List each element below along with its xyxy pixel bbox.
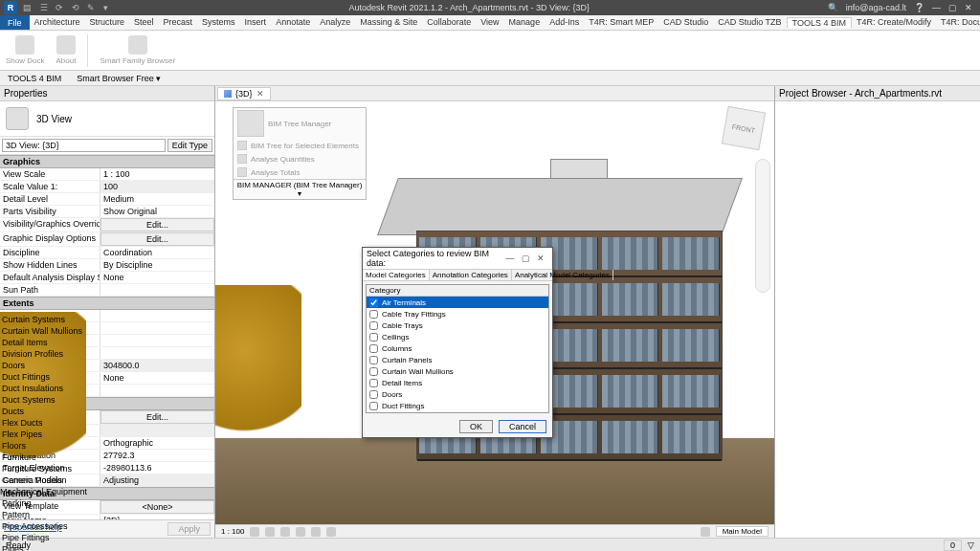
ribbon-tab-steel[interactable]: Steel	[129, 17, 159, 28]
bim-panel-item[interactable]: Analyse Totals	[234, 165, 366, 179]
category-checkbox[interactable]	[369, 310, 378, 319]
category-item[interactable]: Columns	[367, 342, 548, 354]
file-tab[interactable]: File	[0, 15, 30, 30]
render-icon[interactable]	[311, 527, 321, 537]
ribbon-tab-t4r-create-modify[interactable]: T4R: Create/Modify	[852, 17, 936, 28]
navigation-bar[interactable]	[755, 159, 770, 293]
category-checkbox[interactable]	[369, 402, 378, 410]
visual-style-icon[interactable]	[265, 527, 275, 537]
ribbon-tab-cad-studio-tzb[interactable]: CAD Studio TZB	[713, 17, 786, 28]
category-checkbox[interactable]	[369, 356, 378, 364]
viewcube[interactable]: FRONT	[722, 106, 766, 150]
main-model-label[interactable]: Main Model	[716, 526, 768, 537]
dialog-tab[interactable]: Model Categories	[363, 270, 430, 280]
category-item[interactable]: Air Terminals	[367, 297, 548, 308]
prop-row[interactable]: View Scale1 : 100	[0, 168, 214, 181]
category-item[interactable]: Ceilings	[367, 331, 548, 342]
scale-label[interactable]: 1 : 100	[221, 527, 244, 536]
category-checkbox[interactable]	[369, 367, 378, 376]
category-item[interactable]: Cable Trays	[367, 320, 548, 331]
ribbon-tab-t4r-document[interactable]: T4R: Document	[936, 17, 980, 28]
subbar-left: TOOLS 4 BIM	[8, 74, 61, 83]
search-icon[interactable]: 🔍	[828, 3, 838, 12]
bim-panel-item[interactable]: Analyse Quantities	[234, 152, 366, 165]
close-tab-icon[interactable]: ✕	[256, 89, 264, 99]
ribbon-tab-architecture[interactable]: Architecture	[30, 17, 85, 28]
crop-icon[interactable]	[326, 527, 336, 537]
cancel-button[interactable]: Cancel	[499, 420, 546, 433]
qat-icons[interactable]: ▤ ☰ ⟳ ⟲ ✎ ▾	[23, 3, 111, 12]
smart-browser-button[interactable]: Smart Family Browser	[100, 35, 175, 65]
minimize-icon[interactable]: —	[932, 3, 941, 12]
prop-row[interactable]: Graphic Display OptionsEdit...	[0, 232, 214, 247]
ribbon-tab-annotate[interactable]: Annotate	[271, 17, 315, 28]
category-item[interactable]: Curtain Panels	[367, 354, 548, 365]
ribbon-tab-t4r-smart-mep[interactable]: T4R: Smart MEP	[584, 17, 658, 28]
help-icon[interactable]: ❔	[914, 3, 924, 12]
prop-row[interactable]: Show Hidden LinesBy Discipline	[0, 259, 214, 272]
bim-tree-icon[interactable]	[237, 110, 264, 137]
category-item[interactable]: Cable Tray Fittings	[367, 308, 548, 320]
prop-group[interactable]: Extents	[0, 297, 214, 310]
show-dock-button[interactable]: Show Dock	[6, 35, 44, 65]
ribbon-tab-massing-site[interactable]: Massing & Site	[355, 17, 422, 28]
bim-big-label[interactable]: BIM Tree Manager	[268, 120, 362, 128]
shadows-icon[interactable]	[296, 527, 305, 537]
prop-row[interactable]: Parts VisibilityShow Original	[0, 206, 214, 218]
prop-row[interactable]: DisciplineCoordination	[0, 247, 214, 259]
category-item[interactable]: Detail Items	[367, 377, 548, 388]
category-checkbox[interactable]	[369, 379, 378, 387]
sunpath-icon[interactable]	[280, 527, 290, 537]
subbar-right[interactable]: Smart Browser Free ▾	[77, 74, 161, 83]
category-item[interactable]: Duct Insulations	[367, 411, 548, 413]
user-label[interactable]: info@aga-cad.lt	[846, 3, 906, 12]
ribbon-tab-precast[interactable]: Precast	[159, 17, 198, 28]
category-checkbox[interactable]	[369, 344, 378, 353]
ribbon-tab-add-ins[interactable]: Add-Ins	[545, 17, 584, 28]
prop-row[interactable]: Sun Path	[0, 284, 214, 297]
category-checkbox[interactable]	[369, 333, 378, 342]
filter-icon[interactable]	[701, 527, 710, 537]
bim-panel-item[interactable]: BIM Tree for Selected Elements	[234, 139, 366, 152]
ribbon-tab-view[interactable]: View	[476, 17, 503, 28]
category-checkbox[interactable]	[369, 321, 378, 330]
properties-title: Properties	[0, 86, 214, 101]
type-selector[interactable]: 3D View: {3D}	[2, 139, 166, 152]
apply-button[interactable]: Apply	[167, 522, 211, 536]
filter-icon[interactable]: ▽	[968, 540, 974, 550]
category-checkbox[interactable]	[369, 390, 378, 399]
ribbon-tab-manage[interactable]: Manage	[504, 17, 546, 28]
dialog-tab[interactable]: Annotation Categories	[430, 270, 512, 280]
prop-row[interactable]: Detail LevelMedium	[0, 193, 214, 206]
ribbon-tab-insert[interactable]: Insert	[240, 17, 272, 28]
ribbon-tab-collaborate[interactable]: Collaborate	[422, 17, 476, 28]
edit-type-button[interactable]: Edit Type	[167, 139, 212, 152]
prop-row[interactable]: Visibility/Graphics OverridesEdit...	[0, 218, 214, 232]
dialog-maximize-icon[interactable]: ▢	[518, 253, 533, 263]
prop-row[interactable]: Scale Value 1:100	[0, 181, 214, 193]
ribbon-tab-analyze[interactable]: Analyze	[315, 17, 355, 28]
ribbon-tab-cad-studio[interactable]: CAD Studio	[658, 17, 713, 28]
about-button[interactable]: About	[56, 35, 76, 65]
prop-row[interactable]: Default Analysis Display StyleNone	[0, 272, 214, 284]
ribbon-tab-systems[interactable]: Systems	[197, 17, 240, 28]
category-list[interactable]: Category Air TerminalsCable Tray Fitting…	[366, 284, 549, 413]
detail-level-icon[interactable]	[250, 527, 259, 537]
bim-panel-footer[interactable]: BIM MANAGER (BIM Tree Manager) ▾	[234, 179, 366, 199]
category-item[interactable]: Duct Fittings	[367, 400, 548, 411]
category-checkbox[interactable]	[369, 298, 378, 307]
maximize-icon[interactable]: ▢	[948, 3, 957, 12]
category-checkbox[interactable]	[369, 413, 378, 414]
ok-button[interactable]: OK	[459, 420, 493, 433]
category-item[interactable]: Curtain Wall Mullions	[367, 365, 548, 377]
view-tab[interactable]: {3D} ✕	[217, 87, 271, 100]
dialog-close-icon[interactable]: ✕	[533, 253, 548, 263]
prop-group[interactable]: Graphics	[0, 155, 214, 168]
close-icon[interactable]: ✕	[965, 3, 972, 12]
tree-graphic	[215, 285, 301, 448]
dialog-minimize-icon[interactable]: —	[502, 253, 518, 263]
ribbon-tab-tools-4-bim[interactable]: TOOLS 4 BIM	[787, 17, 852, 28]
category-item[interactable]: Doors	[367, 388, 548, 400]
dialog-tab[interactable]: Analytical Model Categories	[512, 270, 613, 280]
ribbon-tab-structure[interactable]: Structure	[85, 17, 130, 28]
